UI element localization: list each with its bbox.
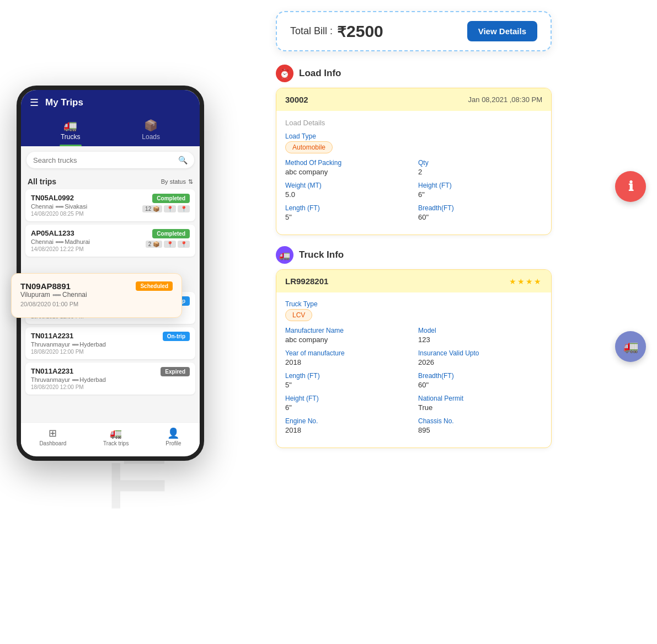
truck-type-label: Truck Type	[285, 300, 542, 308]
search-icon: 🔍	[178, 156, 188, 164]
model-value: 123	[418, 336, 542, 344]
truck-card-body: Truck Type LCV Manufacturer Name abc com…	[276, 292, 551, 448]
truck-info-section-header: 🚛 Truck Info	[276, 246, 552, 264]
truck-info-card: LR9928201 ★★★★ Truck Type LCV Manufactur…	[276, 269, 552, 448]
truck-fab-icon: 🚛	[623, 339, 638, 354]
load-card-date: Jan 08,2021 ,08:30 PM	[468, 95, 542, 104]
national-permit-label: National Permit	[418, 395, 542, 402]
truck-info-title: Truck Info	[299, 249, 344, 260]
total-bill-label: Total Bill :	[290, 25, 333, 37]
search-input[interactable]	[33, 156, 178, 164]
load-info-title: Load Info	[299, 68, 341, 79]
trip-route: Thruvanmayur ●●●● Hyderbad	[31, 341, 106, 348]
qty-field: Qty 2	[418, 159, 542, 182]
hamburger-icon[interactable]: ☰	[30, 97, 39, 109]
truck-height-field: Height (FT) 6"	[285, 395, 409, 417]
bill-left: Total Bill : ₹2500	[290, 22, 383, 41]
qty-label: Qty	[418, 159, 542, 167]
icon-count3: 📍	[178, 241, 190, 248]
method-value: abc company	[285, 168, 409, 176]
status-badge: Expired	[161, 367, 190, 376]
method-label: Method Of Packing	[285, 159, 409, 167]
truck-fields-grid: Manufacturer Name abc company Model 123 …	[285, 327, 542, 440]
weight-field: Weight (MT) 5.0	[285, 182, 409, 204]
by-status-filter[interactable]: By status ⇅	[161, 178, 193, 185]
truck-stars: ★★★★	[509, 277, 542, 286]
view-details-button[interactable]: View Details	[467, 21, 537, 41]
fab-info-button[interactable]: ℹ	[615, 171, 646, 202]
trip-info: TN011A2231 Thruvanmayur ●●●● Hyderbad 18…	[31, 367, 106, 390]
height-value: 6"	[418, 190, 542, 199]
phone-tabs: 🚛 Trucks 📦 Loads	[30, 115, 191, 146]
trip-right: Completed 12 📦 📍 📍	[142, 194, 190, 212]
qty-value: 2	[418, 168, 542, 176]
method-field: Method Of Packing abc company	[285, 159, 409, 182]
nav-dashboard[interactable]: ⊞ Dashboard	[39, 427, 66, 446]
year-value: 2018	[285, 358, 409, 366]
truck-height-label: Height (FT)	[285, 395, 409, 402]
list-item[interactable]: TN011A2231 Thruvanmayur ●●●● Hyderbad 18…	[25, 363, 195, 395]
trip-date: 14/08/2020 08:25 PM	[31, 211, 87, 217]
chassis-label: Chassis No.	[418, 417, 542, 425]
route-dots: ●●●●●	[52, 292, 60, 297]
national-permit-field: National Permit True	[418, 395, 542, 417]
model-label: Model	[418, 327, 542, 334]
trip-icons: 2 📦 📍 📍	[146, 241, 190, 248]
truck-tab-icon: 🚛	[63, 119, 77, 132]
by-status-label: By status	[161, 178, 186, 185]
right-panel: Total Bill : ₹2500 View Details ⏰ Load I…	[276, 11, 552, 459]
manufacturer-value: abc company	[285, 336, 409, 344]
trip-date: 18/08/2020 12:00 PM	[31, 349, 106, 355]
bill-amount: 2500	[346, 22, 383, 40]
tab-loads-label: Loads	[142, 133, 160, 141]
list-item[interactable]: TN011A2231 Thruvanmayur ●●●● Hyderbad 18…	[25, 327, 195, 359]
load-info-icon: ⏰	[276, 65, 293, 82]
popup-from: Vilupuram	[20, 291, 50, 299]
bottom-nav: ⊞ Dashboard 🚛 Track trips 👤 Profile	[21, 422, 200, 452]
popup-header: TN09AP8891 Vilupuram ●●●●● Chennai 20/08…	[20, 281, 173, 307]
profile-icon: 👤	[167, 427, 179, 439]
weight-label: Weight (MT)	[285, 182, 409, 189]
phone-title: My Trips	[45, 97, 83, 108]
load-card-header: 30002 Jan 08,2021 ,08:30 PM	[276, 88, 551, 111]
nav-track[interactable]: 🚛 Track trips	[103, 427, 129, 446]
load-card-body: Load Details Load Type Automobile Method…	[276, 111, 551, 235]
load-fields-grid: Method Of Packing abc company Qty 2 Weig…	[285, 159, 542, 227]
truck-breadth-value: 60"	[418, 381, 542, 389]
trip-id: TN011A2231	[31, 332, 106, 340]
tab-trucks[interactable]: 🚛 Trucks	[44, 115, 97, 146]
popup-status-badge: Scheduled	[136, 281, 173, 291]
height-label: Height (FT)	[418, 182, 542, 189]
total-bill-amount: ₹2500	[337, 22, 383, 41]
list-item[interactable]: AP05AL1233 Chennai ●●●●● Madhurai 14/08/…	[25, 225, 195, 257]
breadth-field: Breadth(FT) 60"	[418, 204, 542, 227]
icon-count: 12 📦	[142, 205, 162, 212]
truck-card-header: LR9928201 ★★★★	[276, 270, 551, 292]
breadth-label: Breadth(FT)	[418, 204, 542, 212]
trip-info: TN011A2231 Thruvanmayur ●●●● Hyderbad 18…	[31, 332, 106, 355]
scheduled-popup[interactable]: TN09AP8891 Vilupuram ●●●●● Chennai 20/08…	[11, 273, 182, 318]
manufacturer-field: Manufacturer Name abc company	[285, 327, 409, 349]
trip-right: Expired	[161, 367, 190, 376]
phone-header: ☰ My Trips 🚛 Trucks 📦 Loads	[21, 90, 200, 146]
list-item[interactable]: TN05AL0992 Chennai ●●●●● Sivakasi 14/08/…	[25, 189, 195, 221]
truck-length-value: 5"	[285, 381, 409, 389]
insurance-value: 2026	[418, 358, 542, 366]
insurance-label: Insurance Valid Upto	[418, 349, 542, 357]
truck-breadth-field: Breadth(FT) 60"	[418, 372, 542, 395]
tab-loads[interactable]: 📦 Loads	[125, 115, 177, 146]
load-type-badge: Automobile	[285, 141, 333, 153]
chassis-value: 895	[418, 426, 542, 434]
national-permit-value: True	[418, 403, 542, 412]
all-trips-header: All trips By status ⇅	[21, 174, 200, 189]
insurance-field: Insurance Valid Upto 2026	[418, 349, 542, 372]
manufacturer-label: Manufacturer Name	[285, 327, 409, 334]
engine-label: Engine No.	[285, 417, 409, 425]
fab-truck-button[interactable]: 🚛	[615, 331, 646, 362]
trip-id: TN05AL0992	[31, 194, 87, 202]
popup-trip-id: TN09AP8891	[20, 281, 87, 291]
nav-profile[interactable]: 👤 Profile	[165, 427, 181, 446]
height-field: Height (FT) 6"	[418, 182, 542, 204]
popup-left: TN09AP8891 Vilupuram ●●●●● Chennai 20/08…	[20, 281, 87, 307]
search-bar[interactable]: 🔍	[26, 152, 194, 168]
